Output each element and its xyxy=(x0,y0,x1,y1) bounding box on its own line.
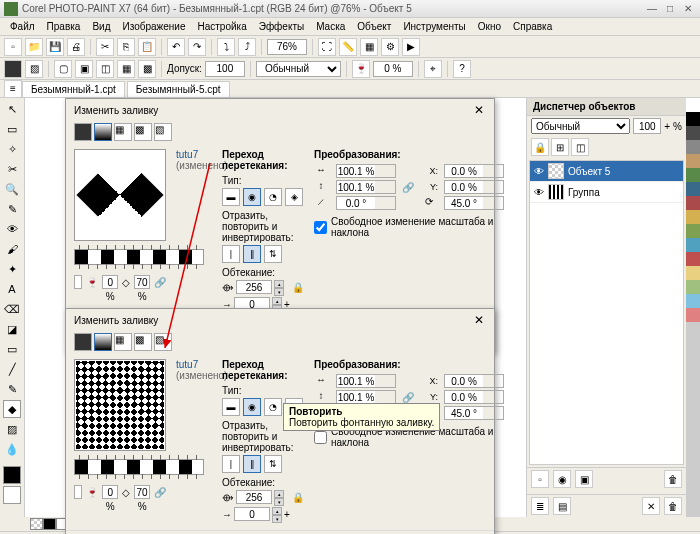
menu-mask[interactable]: Маска xyxy=(310,21,351,32)
fill-solid-icon-2[interactable] xyxy=(74,333,92,351)
type-radial[interactable]: ◉ xyxy=(243,188,261,206)
width-input[interactable] xyxy=(337,165,375,177)
fill-solid-icon[interactable] xyxy=(74,123,92,141)
new-lens-button[interactable]: ◉ xyxy=(553,470,571,488)
free-scale-checkbox-2[interactable] xyxy=(314,431,327,444)
fill-fountain-icon[interactable] xyxy=(94,123,112,141)
grid-button[interactable]: ▦ xyxy=(360,38,378,56)
stop-color-swatch[interactable] xyxy=(74,275,82,289)
redo-button[interactable]: ↷ xyxy=(188,38,206,56)
menu-adjust[interactable]: Настройка xyxy=(191,21,252,32)
menu-file[interactable]: Файл xyxy=(4,21,41,32)
dialog-close-icon[interactable]: ✕ xyxy=(472,103,486,117)
eye-icon[interactable]: 👁 xyxy=(534,166,544,177)
fill-type-1[interactable]: ▢ xyxy=(54,60,72,78)
canvas[interactable]: Изменить заливку ✕ ▦ ▩ ▧ 🍷 0 % xyxy=(25,98,526,517)
options-button[interactable]: ⚙ xyxy=(381,38,399,56)
pattern-preview-2[interactable] xyxy=(74,359,166,451)
mirror-none-2[interactable]: | xyxy=(222,455,240,473)
path-tool[interactable]: ✎ xyxy=(3,380,21,398)
help-icon[interactable]: ? xyxy=(453,60,471,78)
x-input[interactable] xyxy=(445,165,483,177)
skew-input[interactable] xyxy=(337,197,375,209)
fill-type-3[interactable]: ◫ xyxy=(96,60,114,78)
fill-type-2[interactable]: ▣ xyxy=(75,60,93,78)
paste-button[interactable]: 📋 xyxy=(138,38,156,56)
merge-button[interactable]: ⊞ xyxy=(551,138,569,156)
import-button[interactable]: ⤵ xyxy=(217,38,235,56)
blend-mode-select[interactable]: Обычный xyxy=(256,61,341,77)
link-icon[interactable]: 🔗 xyxy=(402,182,416,193)
crop-tool[interactable]: ✂ xyxy=(3,160,21,178)
menu-effects[interactable]: Эффекты xyxy=(253,21,310,32)
stop-color-swatch-2[interactable] xyxy=(74,485,82,499)
object-row[interactable]: 👁 Группа xyxy=(530,182,683,203)
wrap-down[interactable]: ▾ xyxy=(274,288,284,296)
text-tool[interactable]: A xyxy=(3,280,21,298)
fill-fountain[interactable]: ▨ xyxy=(25,60,43,78)
menu-view[interactable]: Вид xyxy=(86,21,116,32)
zoom-tool[interactable]: 🔍 xyxy=(3,180,21,198)
eraser-tool[interactable]: ⌫ xyxy=(3,300,21,318)
chain-icon[interactable]: 🔗 xyxy=(154,277,166,288)
open-button[interactable]: 📁 xyxy=(25,38,43,56)
height-input[interactable] xyxy=(337,181,375,193)
tab-doc-1[interactable]: Безымянный-1.cpt xyxy=(22,81,125,97)
dropshadow-tool[interactable]: ◪ xyxy=(3,320,21,338)
menu-image[interactable]: Изображение xyxy=(116,21,191,32)
angle-input[interactable] xyxy=(445,197,483,209)
tab-doc-2[interactable]: Безымянный-5.cpt xyxy=(127,81,230,97)
gradient-stops[interactable] xyxy=(74,249,204,265)
panel-btn-a[interactable]: ≣ xyxy=(531,497,549,515)
copy-button[interactable]: ⎘ xyxy=(117,38,135,56)
maximize-button[interactable]: □ xyxy=(662,2,678,16)
fill-tool[interactable]: ◆ xyxy=(3,400,21,418)
brush-tool[interactable]: 🖌 xyxy=(3,240,21,258)
wrap-input-2[interactable] xyxy=(236,490,272,504)
type-conical[interactable]: ◔ xyxy=(264,188,282,206)
eyedropper-tool[interactable]: 💧 xyxy=(3,440,21,458)
undo-button[interactable]: ↶ xyxy=(167,38,185,56)
fullscreen-button[interactable]: ⛶ xyxy=(318,38,336,56)
wrap-input[interactable] xyxy=(236,280,272,294)
lock-button[interactable]: 🔒 xyxy=(531,138,549,156)
panel-btn-c[interactable]: ✕ xyxy=(642,497,660,515)
mirror-invert[interactable]: ⇅ xyxy=(264,245,282,263)
accel-input-2[interactable] xyxy=(234,507,270,521)
fill-texture-icon-2[interactable]: ▧ xyxy=(154,333,172,351)
ruler-button[interactable]: 📏 xyxy=(339,38,357,56)
delete-button[interactable]: 🗑 xyxy=(664,470,682,488)
pick-tool[interactable]: ↖ xyxy=(3,100,21,118)
object-list[interactable]: 👁 Объект 5 👁 Группа xyxy=(529,160,684,465)
eye-icon[interactable]: 👁 xyxy=(534,187,544,198)
effect-tool[interactable]: ✦ xyxy=(3,260,21,278)
object-row-selected[interactable]: 👁 Объект 5 xyxy=(530,161,683,182)
type-square[interactable]: ◈ xyxy=(285,188,303,206)
mirror-invert-2[interactable]: ⇅ xyxy=(264,455,282,473)
minimize-button[interactable]: — xyxy=(644,2,660,16)
clone-tool[interactable]: ✎ xyxy=(3,200,21,218)
stop-opacity-1[interactable]: 0 % xyxy=(102,275,118,289)
lock-icon[interactable]: 🔒 xyxy=(292,282,304,293)
menu-tools[interactable]: Инструменты xyxy=(397,21,471,32)
fill-uniform[interactable] xyxy=(4,60,22,78)
free-scale-checkbox[interactable] xyxy=(314,221,327,234)
fill-bitmap-icon-2[interactable]: ▩ xyxy=(134,333,152,351)
fill-pattern-icon-2[interactable]: ▦ xyxy=(114,333,132,351)
gradient-stops-2[interactable] xyxy=(74,459,204,475)
panel-opacity[interactable] xyxy=(633,118,661,134)
panel-btn-d[interactable]: 🗑 xyxy=(664,497,682,515)
mask-rect-tool[interactable]: ▭ xyxy=(3,120,21,138)
type-radial-2[interactable]: ◉ xyxy=(243,398,261,416)
mirror-none[interactable]: | xyxy=(222,245,240,263)
opacity-input[interactable] xyxy=(373,61,413,77)
zoom-input[interactable] xyxy=(267,39,307,55)
stop-position[interactable]: 70 % xyxy=(134,275,150,289)
menu-window[interactable]: Окно xyxy=(472,21,507,32)
launcher-button[interactable]: ▶ xyxy=(402,38,420,56)
mirror-repeat[interactable]: ‖ xyxy=(243,245,261,263)
new-button[interactable]: ▫ xyxy=(4,38,22,56)
print-button[interactable]: 🖨 xyxy=(67,38,85,56)
mirror-repeat-2[interactable]: ‖ xyxy=(243,455,261,473)
menu-help[interactable]: Справка xyxy=(507,21,558,32)
